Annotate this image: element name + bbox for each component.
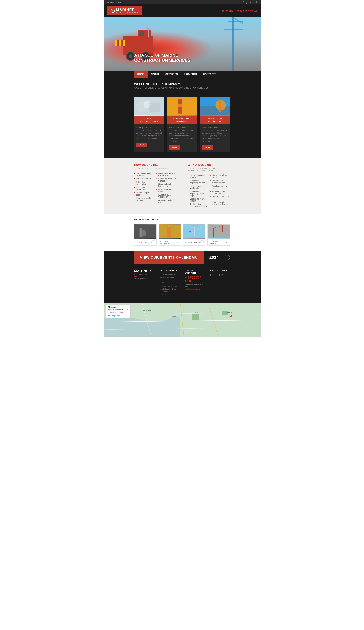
hero-text: A RANGE OF MARINE CONSTRUCTION SERVICES	[134, 53, 190, 63]
how-we-help-subtitle: EXERCITATIONEM ULLAM CORPORIS	[134, 167, 176, 169]
footer-map-link[interactable]: View larger map	[134, 278, 154, 280]
events-circle-btn[interactable]: −	[224, 255, 230, 260]
why-item: Eiusmod tempor incididunt ut	[188, 184, 208, 190]
help-list-1: Sed ut perspiciatis undennis Este natus …	[134, 172, 154, 202]
help-item: Apsa quae ab illo inventore	[134, 196, 154, 202]
project-img-3	[183, 224, 206, 239]
project-circle-btn-4[interactable]: −	[225, 241, 228, 244]
svg-rect-31	[140, 228, 142, 238]
footer-googleplus-icon[interactable]: g+	[212, 274, 215, 276]
linkedin-icon[interactable]: in	[256, 1, 258, 4]
events-banner-text[interactable]: VIEW OUR EVENTS CALENDAR	[134, 252, 204, 264]
hero-dot-1[interactable]	[134, 66, 138, 67]
project-card-2: EXCEPTURI OCCAECATI −	[158, 224, 181, 246]
svg-point-38	[194, 225, 195, 226]
project-card-footer-2: EXCEPTURI OCCAECATI −	[159, 239, 181, 246]
service-img-placeholder-3	[200, 96, 230, 116]
header-phone: Free phone: + 8 800 757 43 92	[219, 9, 256, 12]
service-desc-1: Lorem ipsum dolor sit amet, consectetur …	[134, 124, 164, 142]
help-item: iatam rem aperiam eaque	[134, 191, 154, 196]
svg-rect-6	[123, 40, 125, 46]
logo-area[interactable]: ✦ MARINER MARINE CONSTRUCTION	[108, 6, 142, 15]
service-label-2: PROFESSIONAL SERVICES	[167, 116, 197, 124]
footer-post-1: Eos at accusamus et iuston odtigissimos …	[160, 274, 179, 284]
why-col-1: Lorem ipsum dolor sit amet Consectetur a…	[188, 174, 208, 208]
help-item: Sed ut perspiciatis undennis	[134, 172, 154, 177]
footer-linkedin-icon[interactable]: in	[222, 274, 223, 276]
sitemap-link[interactable]: Sitemap	[106, 1, 114, 4]
pinterest-icon[interactable]: p	[253, 1, 254, 4]
svg-text:Kilbirnie: Kilbirnie	[170, 316, 176, 318]
footer-posts-title: LATEST POSTS	[160, 269, 179, 272]
why-item: Consectetur adipiscing magna aliqua	[188, 190, 208, 197]
service-more-btn-1[interactable]: MORE	[136, 142, 147, 147]
help-item: Dotam rem aperiam eaque ipsa	[156, 172, 176, 177]
footer-post-2: At accusamus et iuston odtigissimos duci…	[160, 286, 179, 296]
svg-rect-41	[213, 228, 214, 238]
project-card-3: IN CULPA OFFICIA −	[183, 224, 206, 246]
footer-brand: MARINER	[134, 269, 154, 273]
project-circle-btn-3[interactable]: −	[200, 240, 204, 244]
brand-name: MARINER	[116, 8, 139, 12]
service-more-btn-3[interactable]: MORE	[202, 145, 213, 150]
googleplus-icon[interactable]: g+	[246, 1, 248, 4]
project-label-3: IN CULPA OFFICIA	[185, 241, 200, 243]
nav-projects[interactable]: PROJECTS	[181, 70, 200, 78]
footer-facebook-icon[interactable]: f	[210, 274, 211, 276]
why-item: Acio laboris nisi ut aliquip	[210, 184, 230, 190]
help-item: Este natus error sit	[134, 177, 154, 180]
map-section: Glasgow Paisley Kilbirnie Helensburgh Gl…	[104, 303, 260, 337]
svg-point-8	[128, 54, 132, 58]
service-card-3: INSPECTION AND TESTING Dolor sit amet, c…	[200, 96, 230, 152]
faq-link[interactable]: FAQ	[116, 1, 121, 4]
nav-contacts[interactable]: CONTACTS	[200, 70, 220, 78]
why-item: Duis aute irure dolor in	[210, 195, 230, 200]
svg-rect-5	[119, 40, 121, 46]
save-btn[interactable]: Save	[118, 311, 124, 314]
project-img-2	[159, 224, 181, 239]
hero-dot-2[interactable]	[139, 66, 143, 67]
facebook-icon[interactable]: f	[243, 1, 244, 4]
view-larger-map-link[interactable]: View larger map	[108, 315, 120, 317]
why-lists: Lorem ipsum dolor sit amet Consectetur a…	[188, 174, 230, 208]
why-list-2: Ut enim ad minim veniam Duis nostrud exe…	[210, 174, 230, 206]
service-img-placeholder-1	[134, 96, 164, 116]
hero-dot-3[interactable]	[144, 66, 148, 67]
main-nav: HOME ABOUT SERVICES PROJECTS CONTACTS	[104, 70, 260, 78]
svg-text:Helensburgh: Helensburgh	[142, 309, 150, 311]
svg-rect-13	[232, 17, 234, 70]
nav-home[interactable]: HOME	[134, 70, 148, 78]
svg-rect-28	[219, 101, 220, 112]
top-bar: Sitemap | FAQ f g+ t p in	[104, 0, 260, 4]
brand-sub: MARINE CONSTRUCTION	[116, 12, 139, 14]
service-more-btn-2[interactable]: MORE	[169, 145, 180, 150]
help-item: Aspernatur aut odit aut	[156, 198, 176, 204]
why-item: Duis nostrud exercitationulla	[210, 179, 230, 184]
footer-twitter-icon[interactable]: t	[216, 274, 217, 276]
help-item: Suasi architecto beatae vitae	[156, 182, 176, 188]
service-img-3	[200, 96, 230, 116]
svg-rect-33	[167, 226, 170, 238]
nav-about[interactable]: ABOUT	[148, 70, 162, 78]
project-card-1: LOREM IPSUM −	[134, 224, 157, 246]
site-header: ✦ MARINER MARINE CONSTRUCTION Free phone…	[104, 4, 260, 17]
project-circle-btn-2[interactable]: −	[176, 241, 180, 244]
service-img-2	[167, 96, 197, 116]
nav-services[interactable]: SERVICES	[162, 70, 181, 78]
footer-pinterest-icon[interactable]: p	[219, 274, 220, 276]
service-desc-2: Massa dolor sit amet, consectetur adipis…	[167, 124, 197, 145]
footer-post-text-1: Eos at accusamus et iuston odtigissimos …	[160, 274, 179, 282]
directions-btn[interactable]: Directions	[108, 311, 117, 314]
footer-support-email[interactable]: mail@demolink.org	[185, 288, 205, 290]
why-item: Lorem ipsum dolor sit amet	[188, 174, 208, 179]
help-choose-cols: HOW WE CAN HELP EXERCITATIONEM ULLAM COR…	[134, 164, 230, 208]
project-circle-btn-1[interactable]: −	[152, 240, 155, 244]
help-list-2: Dotam rem aperiam eaque ipsa Eae ab illo…	[156, 172, 176, 204]
help-item: Solupatem accusantium	[134, 180, 154, 186]
svg-rect-15	[224, 28, 243, 30]
footer-post-text-2: At accusamus et iuston odtigissimos duci…	[160, 286, 179, 293]
footer-post-date-2: 7 Days Ago	[160, 294, 179, 295]
project-img-1	[134, 224, 157, 239]
twitter-icon[interactable]: t	[250, 1, 251, 4]
projects-section: RECENT PROJECTS LOREM IPSUM −	[104, 214, 260, 252]
